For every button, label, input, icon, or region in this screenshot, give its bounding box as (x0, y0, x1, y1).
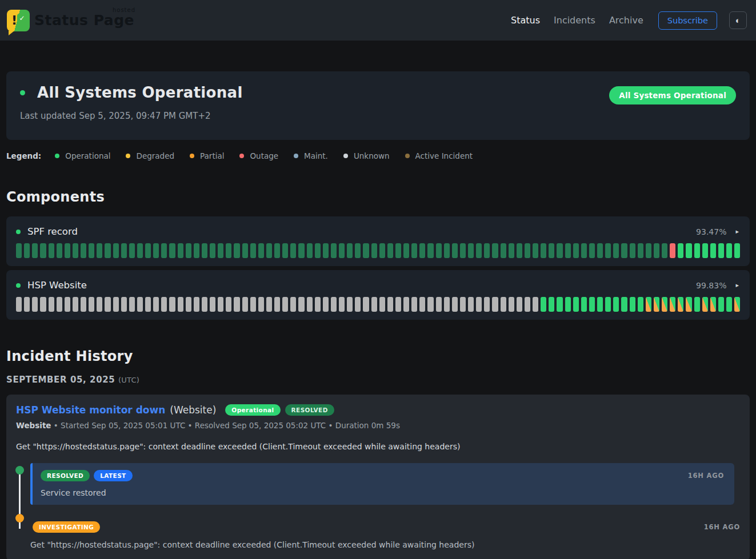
uptime-bar-dim (484, 243, 490, 258)
partial-dot (190, 154, 194, 158)
component-uptime-percent: 99.83% (696, 281, 726, 290)
maint-dot (294, 154, 298, 158)
legend-item-degraded: Degraded (126, 151, 174, 160)
exclamation-icon: ! (11, 13, 17, 28)
uptime-bar-nd (525, 297, 530, 312)
uptime-bar-dim (121, 243, 127, 258)
status-page-logo-icon: ! ✓ (7, 10, 30, 31)
uptime-bar-ok (710, 243, 716, 258)
nav-link-incidents[interactable]: Incidents (554, 15, 595, 26)
uptime-bar-nd (178, 297, 183, 312)
uptime-bar-dim (57, 243, 62, 258)
uptime-bar-nd (81, 297, 86, 312)
uptime-bar-nd (161, 297, 167, 312)
uptime-bar-dim (525, 243, 530, 258)
uptime-bar-nd (226, 297, 231, 312)
uptime-bar-dim (573, 243, 579, 258)
uptime-bar-nd (24, 297, 30, 312)
uptime-bar-nd (274, 297, 280, 312)
uptime-bar-dim (105, 243, 110, 258)
legend-item-partial: Partial (190, 151, 224, 160)
uptime-bar-nd (379, 297, 385, 312)
component-name: HSP Website (27, 280, 87, 291)
uptime-bar-ok (597, 297, 603, 312)
nav-link-status[interactable]: Status (511, 15, 540, 26)
uptime-bar-dim (347, 243, 353, 258)
uptime-bars (16, 297, 740, 312)
uptime-bar-nd (97, 297, 102, 312)
timeline-dot-investigating (15, 514, 24, 522)
uptime-bar-ok (678, 243, 683, 258)
uptime-bar-dim (178, 243, 183, 258)
uptime-bar-dim (81, 243, 86, 258)
uptime-bar-dim (662, 243, 667, 258)
uptime-bar-nd (57, 297, 62, 312)
uptime-bar-dim (589, 243, 595, 258)
degraded-dot (126, 154, 130, 158)
uptime-bar-nd (113, 297, 119, 312)
uptime-bar-nd (73, 297, 78, 312)
uptime-bar-ok (541, 297, 546, 312)
uptime-bar-mix (686, 297, 691, 312)
uptime-bar-dim (339, 243, 345, 258)
uptime-bar-dim (129, 243, 135, 258)
uptime-bar-ok (718, 243, 724, 258)
component-status-dot (16, 230, 21, 234)
uptime-bar-dim (24, 243, 30, 258)
overall-status-title: All Systems Operational (37, 84, 243, 101)
subscribe-button[interactable]: Subscribe (658, 11, 717, 30)
uptime-bar-dim (250, 243, 256, 258)
unknown-dot (343, 154, 348, 158)
uptime-bar-nd (40, 297, 46, 312)
uptime-bar-mix (678, 297, 683, 312)
expand-arrow-icon[interactable]: ▸ (734, 227, 740, 236)
main-nav: Status Incidents Archive (511, 15, 643, 26)
uptime-bar-nd (210, 297, 215, 312)
uptime-bar-nd (137, 297, 143, 312)
nav-link-archive[interactable]: Archive (609, 15, 643, 26)
uptime-bar-nd (323, 297, 329, 312)
last-updated-text: Last updated Sep 5, 2025, 09:47 PM GMT+2 (20, 111, 736, 121)
theme-toggle-button[interactable]: ◐ (729, 11, 747, 29)
component-status-dot (16, 283, 21, 288)
uptime-bar-nd (250, 297, 256, 312)
uptime-bar-ok (589, 297, 595, 312)
uptime-bar-dim (492, 243, 498, 258)
uptime-bar-dim (654, 243, 659, 258)
uptime-bar-dim (298, 243, 304, 258)
uptime-bar-nd (129, 297, 135, 312)
expand-arrow-icon[interactable]: ▸ (734, 280, 740, 290)
uptime-bar-nd (153, 297, 159, 312)
uptime-bar-nd (363, 297, 369, 312)
uptime-bar-dim (597, 243, 603, 258)
uptime-bar-ok (613, 297, 619, 312)
overall-status-card: All Systems Operational Last updated Sep… (6, 71, 750, 140)
incident-card: HSP Website monitor down (Website) Opera… (6, 395, 750, 559)
uptime-bar-dim (460, 243, 466, 258)
uptime-bar-dim (315, 243, 321, 258)
operational-badge: Operational (225, 404, 280, 416)
uptime-bar-nd (16, 297, 22, 312)
uptime-bar-out (670, 243, 675, 258)
uptime-bar-dim (541, 243, 546, 258)
uptime-bar-dim (73, 243, 78, 258)
uptime-bar-nd (411, 297, 417, 312)
component-card-hsp-website: HSP Website 99.83% ▸ (6, 270, 750, 320)
uptime-bar-ok (573, 297, 579, 312)
uptime-bar-nd (501, 297, 506, 312)
resolved-badge: RESOLVED (41, 470, 90, 481)
incident-meta-component: Website (16, 421, 51, 430)
uptime-bar-dim (290, 243, 296, 258)
uptime-bar-ok (686, 243, 691, 258)
uptime-bar-nd (307, 297, 313, 312)
uptime-bar-dim (630, 243, 635, 258)
legend: Legend: Operational Degraded Partial Out… (6, 151, 750, 160)
uptime-bar-dim (323, 243, 329, 258)
uptime-bar-nd (476, 297, 482, 312)
uptime-bar-nd (419, 297, 425, 312)
uptime-bar-nd (387, 297, 393, 312)
outage-dot (239, 154, 244, 158)
incident-title-link[interactable]: HSP Website monitor down (16, 404, 165, 416)
brand[interactable]: ! ✓ Status Page hosted (7, 10, 134, 31)
uptime-bar-dim (621, 243, 627, 258)
